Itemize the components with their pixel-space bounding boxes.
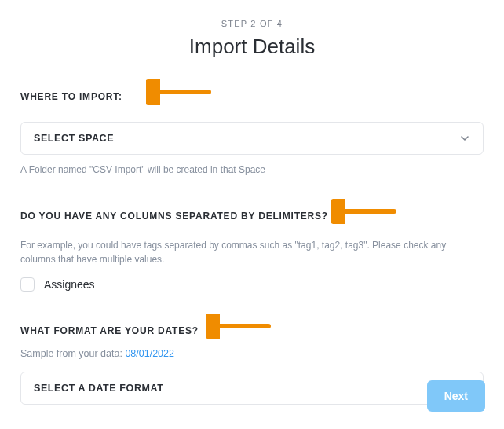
delimiters-helper: For example, you could have tags separat… <box>20 238 484 266</box>
step-indicator: STEP 2 OF 4 <box>20 19 484 28</box>
page-title: Import Details <box>20 35 484 59</box>
dates-sample-value: 08/01/2022 <box>125 348 174 359</box>
assignees-checkbox[interactable] <box>20 277 35 292</box>
chevron-down-icon <box>459 133 470 144</box>
next-button[interactable]: Next <box>427 380 485 412</box>
select-space-placeholder: SELECT SPACE <box>34 133 114 144</box>
where-helper: A Folder named "CSV Import" will be crea… <box>20 163 484 177</box>
select-space[interactable]: SELECT SPACE <box>20 122 484 155</box>
select-date-format[interactable]: SELECT A DATE FORMAT <box>20 372 484 405</box>
delimiters-label: DO YOU HAVE ANY COLUMNS SEPARATED BY DEL… <box>20 211 328 222</box>
dates-label: WHAT FORMAT ARE YOUR DATES? <box>20 325 199 336</box>
select-date-format-placeholder: SELECT A DATE FORMAT <box>34 383 163 394</box>
where-label: WHERE TO IMPORT: <box>20 91 122 102</box>
assignees-checkbox-label: Assignees <box>44 278 95 291</box>
annotation-arrow-where <box>146 79 214 108</box>
dates-sample-prefix: Sample from your data: <box>20 348 125 359</box>
